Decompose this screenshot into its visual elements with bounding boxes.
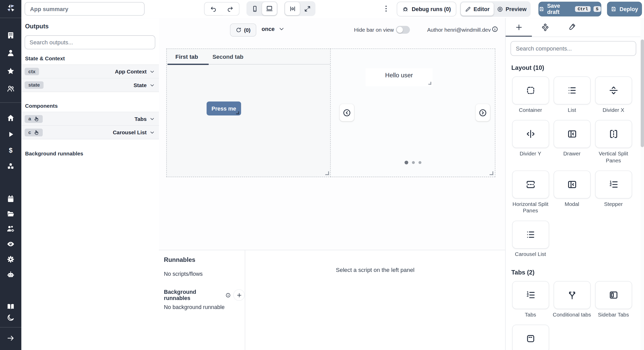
output-row-a[interactable]: a Tabs bbox=[21, 112, 159, 126]
info-icon bbox=[225, 292, 231, 298]
tabs-resize-handle[interactable] bbox=[325, 171, 329, 175]
search-outputs-input[interactable] bbox=[25, 35, 155, 49]
sidebar: $ bbox=[0, 0, 21, 350]
runs-play-icon[interactable] bbox=[7, 130, 15, 138]
desktop-view-button[interactable] bbox=[262, 2, 277, 15]
tab-component-settings[interactable] bbox=[532, 18, 558, 37]
active-tab-underline bbox=[168, 64, 209, 65]
dark-mode-moon-icon[interactable] bbox=[7, 314, 15, 322]
output-row-state[interactable]: state State bbox=[21, 79, 159, 92]
button-resize-handle[interactable] bbox=[236, 111, 239, 114]
component-card-partial[interactable] bbox=[511, 324, 550, 350]
outputs-title: Outputs bbox=[25, 23, 159, 30]
folders-icon[interactable] bbox=[7, 210, 15, 218]
preview-tab[interactable]: Preview bbox=[494, 3, 530, 16]
save-draft-button[interactable]: Save draft Ctrl S bbox=[538, 2, 601, 16]
info-icon[interactable] bbox=[492, 26, 498, 32]
background-runnables-label: Background runnables bbox=[164, 289, 223, 301]
carousel-dots[interactable] bbox=[331, 161, 495, 164]
component-card-modal[interactable]: Modal bbox=[552, 170, 592, 214]
author-label: Author henri@windmill.dev bbox=[427, 27, 491, 33]
app-summary-input[interactable] bbox=[25, 2, 145, 16]
variables-dollar-icon[interactable]: $ bbox=[7, 146, 15, 155]
component-card-tabs[interactable]: 12 Tabs bbox=[511, 281, 550, 318]
component-card-vertical-split[interactable]: Vertical Split Panes bbox=[594, 120, 633, 164]
refresh-icon bbox=[236, 27, 241, 33]
component-card-conditional-tabs[interactable]: Conditional tabs bbox=[552, 281, 592, 318]
component-card-divider-y[interactable]: Divider Y bbox=[511, 120, 550, 164]
bug-icon bbox=[402, 6, 409, 12]
output-row-ctx[interactable]: ctx App Context bbox=[21, 65, 159, 79]
carousel-prev-button[interactable] bbox=[340, 104, 354, 121]
settings-gear-icon[interactable] bbox=[7, 255, 15, 263]
kbd-s: S bbox=[593, 6, 601, 12]
search-components-input[interactable] bbox=[511, 41, 636, 56]
workers-robot-icon[interactable] bbox=[7, 271, 15, 279]
undo-button[interactable] bbox=[204, 2, 223, 16]
more-menu-button[interactable] bbox=[382, 5, 390, 13]
tab-theme-styling[interactable] bbox=[558, 18, 584, 37]
editor-tab[interactable]: Editor bbox=[461, 3, 494, 16]
text-resize-handle[interactable] bbox=[428, 82, 431, 85]
conditional-tabs-icon bbox=[566, 289, 577, 300]
carousel-next-button[interactable] bbox=[476, 104, 490, 121]
scrollbar-thumb[interactable] bbox=[641, 39, 644, 147]
tab-insert-component[interactable] bbox=[506, 18, 532, 37]
carousel-component[interactable]: Hello user bbox=[330, 48, 495, 177]
hide-bar-toggle[interactable] bbox=[396, 26, 410, 34]
debug-runs-button[interactable]: Debug runs (0) bbox=[397, 2, 456, 16]
svg-text:2: 2 bbox=[527, 293, 529, 297]
component-card-divider-x[interactable]: Divider X bbox=[594, 77, 633, 114]
carousel-dot-active[interactable] bbox=[404, 161, 408, 164]
user-icon[interactable] bbox=[7, 49, 15, 57]
horizontal-split-icon bbox=[525, 179, 536, 190]
redo-button[interactable] bbox=[221, 2, 239, 16]
star-icon[interactable] bbox=[7, 67, 15, 75]
runnables-panel: Runnables No scripts/flows Background ru… bbox=[159, 250, 506, 350]
output-row-c[interactable]: c Carousel List bbox=[21, 126, 159, 139]
mobile-view-button[interactable] bbox=[247, 2, 262, 15]
pencil-icon bbox=[465, 6, 471, 12]
text-component[interactable]: Hello user bbox=[366, 68, 433, 86]
carousel-dot[interactable] bbox=[412, 161, 414, 164]
workspace-building-icon[interactable] bbox=[7, 31, 15, 39]
run-mode-dropdown[interactable]: once bbox=[262, 26, 285, 32]
tab-first[interactable]: First tab bbox=[175, 53, 198, 60]
refresh-button[interactable]: (0) bbox=[230, 23, 256, 37]
expand-sidebar-arrow-icon[interactable] bbox=[7, 334, 15, 342]
no-scripts-text: No scripts/flows bbox=[164, 271, 245, 277]
canvas-area: (0) once Hide bar on view Author henri@w… bbox=[159, 18, 506, 250]
carousel-resize-handle[interactable] bbox=[490, 171, 493, 175]
kbd-ctrl: Ctrl bbox=[575, 6, 590, 12]
add-background-runnable-button[interactable] bbox=[233, 289, 245, 301]
windmill-logo-icon[interactable] bbox=[6, 3, 15, 13]
press-me-button[interactable]: Press me bbox=[207, 102, 241, 115]
users-gear-icon[interactable] bbox=[7, 225, 15, 233]
top-toolbar: Debug runs (0) Editor Preview Save draft… bbox=[21, 0, 644, 19]
deploy-button[interactable]: Deploy bbox=[607, 2, 642, 16]
center-canvas-button[interactable] bbox=[285, 2, 300, 15]
component-card-list[interactable]: List bbox=[552, 77, 592, 114]
tabs-component[interactable]: First tab Second tab Press me bbox=[166, 48, 331, 177]
ctx-badge: ctx bbox=[25, 68, 39, 75]
component-card-horizontal-split[interactable]: Horizontal Split Panes bbox=[511, 170, 550, 214]
no-background-text: No background runnable bbox=[164, 304, 245, 310]
docs-book-icon[interactable] bbox=[7, 302, 15, 311]
users-icon[interactable] bbox=[7, 85, 15, 93]
component-card-drawer[interactable]: Drawer bbox=[552, 120, 592, 164]
component-card-stepper[interactable]: 12 Stepper bbox=[594, 170, 633, 214]
component-card-carousel-list[interactable]: Carousel List bbox=[511, 221, 550, 258]
chevron-down-icon bbox=[278, 26, 284, 32]
home-icon[interactable] bbox=[7, 114, 15, 122]
schedules-calendar-icon[interactable] bbox=[7, 195, 15, 203]
svg-text:$: $ bbox=[9, 147, 12, 154]
tab-second[interactable]: Second tab bbox=[213, 53, 243, 60]
audit-eye-icon[interactable] bbox=[7, 240, 15, 248]
scrollbar-track[interactable] bbox=[640, 18, 644, 350]
fullscreen-canvas-button[interactable] bbox=[300, 2, 315, 15]
resources-cubes-icon[interactable] bbox=[7, 162, 15, 171]
carousel-dot[interactable] bbox=[418, 161, 421, 164]
component-card-sidebar-tabs[interactable]: Sidebar Tabs bbox=[594, 281, 633, 318]
active-panel-tab-underline bbox=[506, 36, 532, 37]
component-card-container[interactable]: Container bbox=[511, 77, 550, 114]
